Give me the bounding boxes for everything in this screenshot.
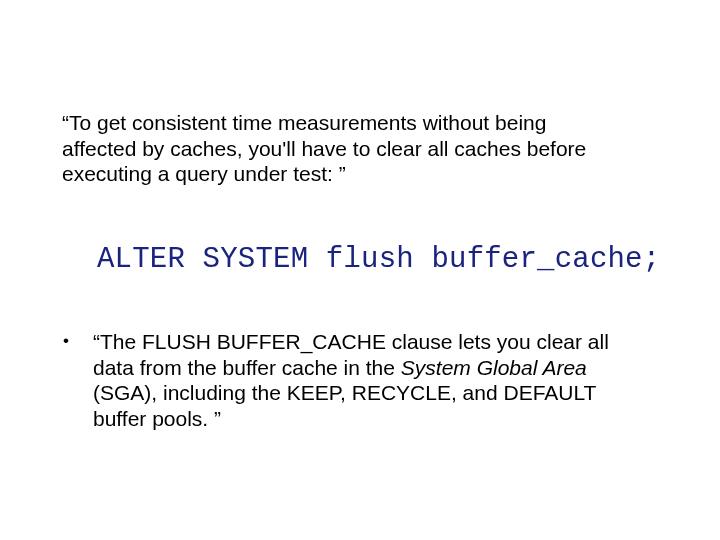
bullet-item: • “The FLUSH BUFFER_CACHE clause lets yo… — [63, 329, 643, 431]
bullet-text-part-2: (SGA), including the KEEP, RECYCLE, and … — [93, 381, 596, 430]
intro-quote: “To get consistent time measurements wit… — [62, 110, 622, 187]
bullet-block: • “The FLUSH BUFFER_CACHE clause lets yo… — [63, 329, 643, 431]
bullet-text: “The FLUSH BUFFER_CACHE clause lets you … — [93, 329, 643, 431]
sql-code-line: ALTER SYSTEM flush buffer_cache; — [97, 243, 657, 276]
bullet-marker: • — [63, 329, 93, 352]
slide: “To get consistent time measurements wit… — [0, 0, 720, 540]
bullet-text-italic: System Global Area — [401, 356, 587, 379]
